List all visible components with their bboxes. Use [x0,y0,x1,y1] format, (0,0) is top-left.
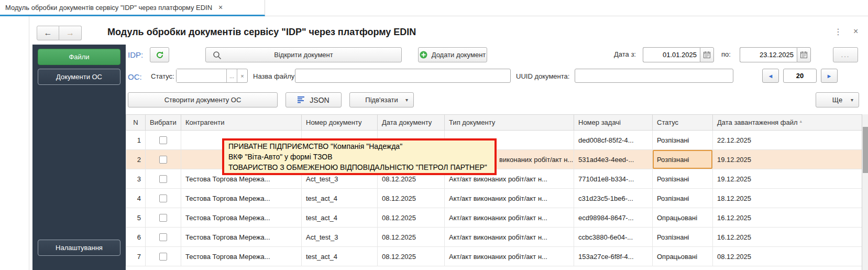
annotation-box: ПРИВАТНЕ ПІДПРИЄМСТВО "Компанія "Надежда… [222,138,497,175]
cell-upload-date: 16.12.2025 [713,208,862,228]
plus-icon [420,51,427,59]
column-header-doc-date[interactable]: Дата документу [378,115,445,131]
cell-row-index: 4 [126,189,146,208]
row-checkbox[interactable] [159,175,167,183]
cell-doc-number: test_act_4 [302,247,378,266]
row-checkbox[interactable] [159,253,167,261]
sort-ascending-icon: ▴ [800,118,803,124]
page-size-input[interactable] [783,69,817,83]
window-close-icon[interactable]: × [853,27,858,36]
right-triangle-icon: ► [827,73,832,79]
table-row[interactable]: 6Тестова Торгова Мережа...Act_test_308.1… [126,228,862,247]
date-from-input[interactable] [643,47,700,62]
cell-select [146,247,181,266]
more-button[interactable]: Ще ▾ [816,92,859,107]
tab-close-icon[interactable]: × [218,4,223,11]
cell-task-number: ded008cf-85f2-4... [574,131,653,150]
date-from-calendar-button[interactable] [700,47,714,62]
tab-idp-module[interactable]: Модуль обробки документів сервісу "IDP" … [0,0,265,16]
cell-select [146,169,181,189]
date-to-label: по: [721,50,731,58]
tab-bar: Модуль обробки документів сервісу "IDP" … [0,0,868,16]
vertical-scrollbar[interactable] [862,114,868,270]
bind-button[interactable]: Підв'язати ▾ [349,92,414,107]
contractors-tooltip-line: ПРИВАТНЕ ПІДПРИЄМСТВО "Компанія "Надежда… [224,141,495,152]
sidebar-item-settings[interactable]: Налаштування [38,240,120,256]
cell-row-index: 7 [126,247,146,266]
cell-status: Розпізнані [653,228,713,247]
scrollbar-thumb[interactable] [863,127,868,173]
row-checkbox[interactable] [159,136,167,144]
json-button[interactable]: JSON [285,92,342,107]
refresh-button[interactable] [150,47,169,62]
sidebar-item-files[interactable]: Файли [38,49,120,65]
table-row[interactable]: 5Тестова Торгова Мережа...test_act_408.1… [126,208,862,228]
column-header-status[interactable]: Статус [653,115,713,131]
create-os-document-button[interactable]: Створити документу ОС [128,92,278,107]
next-page-button[interactable]: ► [821,69,838,83]
sidebar: Файли Документи ОС Налаштування [32,45,126,270]
column-header-contractors[interactable]: Контрагенти [181,115,302,131]
table-row[interactable]: 4Тестова Торгова Мережа...test_act_408.1… [126,189,862,208]
window-left-border [29,16,29,270]
cell-contractor: Тестова Торгова Мережа... [181,189,302,208]
tab-title: Модуль обробки документів сервісу "IDP" … [5,4,212,12]
cell-row-index: 2 [126,150,146,169]
nav-buttons: ← → [37,26,82,40]
status-input[interactable] [177,69,226,82]
calendar-icon [800,51,807,58]
prev-page-button[interactable]: ◄ [762,69,779,83]
add-document-label: Додати документ [432,51,486,59]
open-document-button[interactable]: Відкрити документ [205,47,402,62]
app-window: Модуль обробки документів сервісу "IDP" … [0,0,868,270]
column-header-task-number[interactable]: Номер задачі [574,115,653,131]
idp-label: IDP: [128,50,143,59]
cell-row-index: 5 [126,208,146,228]
contractors-tooltip-line: ВКФ "Віта-Авто" у формі ТЗОВ [224,152,495,162]
column-header-upload-date[interactable]: Дата завантаження файл▴ [713,115,862,131]
date-to-input[interactable] [740,47,797,62]
cell-status: Розпізнані [653,169,713,189]
column-header-doc-type[interactable]: Тип документу [445,115,574,131]
refresh-icon [156,51,164,59]
sidebar-item-os-documents[interactable]: Документи ОС [38,69,120,85]
status-clear-button[interactable]: × [237,69,247,82]
add-document-button[interactable]: Додати документ [418,47,487,62]
documents-table: N Вибрати Контрагенти Номер документу Да… [126,114,862,270]
table-row[interactable]: 7Тестова Торгова Мережа...test_act_408.1… [126,247,862,266]
status-label: Статус: [151,72,174,80]
cell-contractor: Тестова Торгова Мережа... [181,228,302,247]
os-label: ОС: [128,72,142,81]
uuid-input[interactable] [575,69,733,83]
json-icon [298,96,305,103]
row-checkbox[interactable] [159,156,167,164]
more-menu-icon[interactable]: ⋮ [834,27,842,37]
date-to-calendar-button[interactable] [797,47,811,62]
contractors-tooltip-line: ТОВАРИСТВО З ОБМЕЖЕНОЮ ВІДПОВІДАЛЬНІСТЮ … [224,162,495,172]
forward-button[interactable]: → [59,26,82,40]
row-checkbox[interactable] [159,195,167,202]
uuid-label: UUID документа: [516,72,569,80]
more-label: Ще [832,96,842,104]
left-triangle-icon: ◄ [768,73,774,79]
cell-task-number: ecd98984-8647-... [574,208,653,228]
status-pick-button[interactable]: ... [226,69,237,82]
row-checkbox[interactable] [159,214,167,222]
column-header-select[interactable]: Вибрати [146,115,181,131]
row-checkbox[interactable] [159,233,167,241]
cell-status: Розпізнані [653,189,713,208]
cell-doc-type: Акт/акт виконаних робіт/акт н... [445,247,574,266]
cell-task-number: 153a27ce-6f8f-4... [574,247,653,266]
cell-status: Опрацьовані [653,208,713,228]
cell-row-index: 6 [126,228,146,247]
back-button[interactable]: ← [37,26,59,40]
date-more-options-button[interactable]: ... [833,47,858,62]
column-header-n[interactable]: N [126,115,146,131]
column-header-doc-number[interactable]: Номер документу [302,115,378,131]
cell-upload-date: 19.12.2025 [713,150,862,169]
cell-doc-date: 08.12.2025 [378,189,445,208]
cell-doc-type: Акт/акт виконаних робіт/акт н... [445,189,574,208]
cell-status: Розпізнані [653,150,713,169]
filename-input[interactable] [295,69,511,83]
cell-select [146,208,181,228]
